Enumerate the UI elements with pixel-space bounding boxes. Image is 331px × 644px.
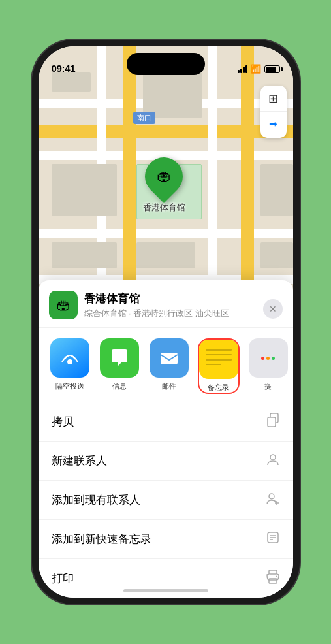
notes-icon bbox=[199, 340, 238, 379]
more-icon bbox=[249, 338, 288, 378]
action-add-notes-label: 添加到新快速备忘录 bbox=[52, 532, 151, 547]
svg-point-5 bbox=[269, 494, 274, 499]
pin-label: 香港体育馆 bbox=[143, 202, 185, 214]
more-label: 提 bbox=[264, 381, 272, 391]
venue-subtitle: 综合体育馆 · 香港特别行政区 油尖旺区 bbox=[84, 308, 283, 319]
action-copy-label: 拷贝 bbox=[52, 414, 74, 429]
venue-icon: 🏟 bbox=[49, 291, 78, 319]
battery-icon bbox=[264, 65, 280, 73]
venue-name: 香港体育馆 bbox=[84, 291, 283, 306]
messages-label: 信息 bbox=[112, 381, 127, 391]
bottom-sheet: 🏟 香港体育馆 综合体育馆 · 香港特别行政区 油尖旺区 ✕ 隔空投送 bbox=[39, 280, 293, 598]
airdrop-icon bbox=[50, 338, 89, 378]
action-new-contact-label: 新建联系人 bbox=[52, 453, 107, 468]
stadium-pin: 🏟 香港体育馆 bbox=[143, 157, 185, 214]
printer-icon bbox=[266, 570, 280, 587]
home-indicator bbox=[123, 589, 208, 592]
share-mail[interactable]: 邮件 bbox=[148, 338, 190, 394]
svg-point-4 bbox=[270, 455, 276, 460]
quick-notes-icon bbox=[266, 530, 280, 548]
close-button[interactable]: ✕ bbox=[263, 299, 283, 319]
action-add-existing[interactable]: 添加到现有联系人 bbox=[39, 481, 293, 520]
action-new-contact[interactable]: 新建联系人 bbox=[39, 442, 293, 481]
location-button[interactable]: ⮕ bbox=[260, 112, 287, 138]
notes-label: 备忘录 bbox=[208, 383, 229, 393]
mail-icon bbox=[150, 338, 189, 378]
phone-frame: 09:41 📶 bbox=[39, 46, 293, 598]
mail-label: 邮件 bbox=[162, 381, 176, 391]
airdrop-label: 隔空投送 bbox=[55, 381, 84, 391]
wifi-icon: 📶 bbox=[251, 64, 261, 74]
map-type-button[interactable]: ⊞ bbox=[260, 86, 287, 112]
share-airdrop[interactable]: 隔空投送 bbox=[49, 338, 91, 394]
share-notes[interactable]: 备忘录 bbox=[198, 338, 240, 394]
action-add-notes[interactable]: 添加到新快速备忘录 bbox=[39, 520, 293, 559]
sheet-header: 🏟 香港体育馆 综合体育馆 · 香港特别行政区 油尖旺区 ✕ bbox=[39, 291, 293, 328]
status-time: 09:41 bbox=[52, 63, 76, 74]
action-list: 拷贝 新建联系人 bbox=[39, 402, 293, 598]
share-row: 隔空投送 信息 邮件 bbox=[39, 328, 293, 402]
share-more[interactable]: 提 bbox=[247, 338, 289, 394]
messages-icon bbox=[100, 338, 139, 378]
action-print-label: 打印 bbox=[52, 571, 74, 586]
svg-rect-13 bbox=[269, 579, 277, 583]
status-icons: 📶 bbox=[238, 64, 280, 74]
person-icon bbox=[266, 452, 280, 470]
svg-rect-12 bbox=[269, 570, 277, 574]
location-label: 南口 bbox=[133, 112, 155, 124]
map-controls: ⊞ ⮕ bbox=[260, 86, 287, 138]
dynamic-island bbox=[127, 53, 205, 75]
svg-rect-1 bbox=[161, 353, 178, 364]
action-add-existing-label: 添加到现有联系人 bbox=[52, 492, 140, 507]
person-add-icon bbox=[266, 491, 280, 509]
svg-rect-3 bbox=[268, 417, 276, 427]
copy-icon bbox=[266, 413, 280, 430]
svg-point-0 bbox=[67, 359, 72, 364]
action-copy[interactable]: 拷贝 bbox=[39, 402, 293, 442]
share-messages[interactable]: 信息 bbox=[99, 338, 140, 394]
svg-point-14 bbox=[276, 576, 277, 577]
signal-icon bbox=[238, 65, 247, 73]
venue-info: 香港体育馆 综合体育馆 · 香港特别行政区 油尖旺区 bbox=[84, 291, 283, 319]
